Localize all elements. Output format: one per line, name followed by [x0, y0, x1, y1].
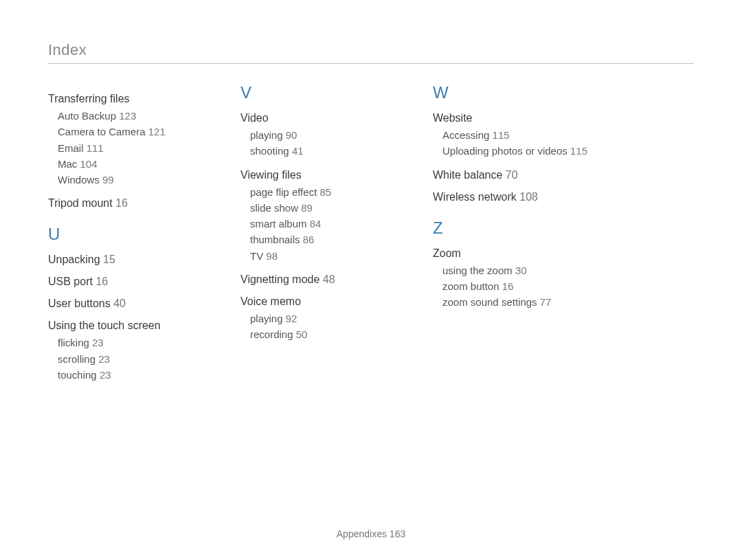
- entry-tripod-mount: Tripod mount 16: [48, 197, 206, 210]
- entry-usb-port: USB port 16: [48, 276, 206, 288]
- footer-section: Appendixes: [337, 528, 387, 539]
- sub-auto-backup: Auto Backup 123: [58, 108, 206, 124]
- sub-smart-album: smart album 84: [250, 216, 398, 232]
- column-1: Transferring files Auto Backup 123 Camer…: [48, 83, 206, 383]
- sub-zoom-sound: zoom sound settings 77: [442, 294, 591, 310]
- sub-shooting-video: shooting 41: [250, 143, 398, 159]
- sub-email: Email 111: [58, 140, 206, 156]
- column-2: V Video playing 90 shooting 41 Viewing f…: [240, 83, 398, 383]
- entry-wireless-network: Wireless network 108: [433, 191, 591, 203]
- index-columns: Transferring files Auto Backup 123 Camer…: [48, 83, 694, 383]
- letter-u: U: [48, 225, 206, 244]
- column-3: W Website Accessing 115 Uploading photos…: [433, 83, 591, 383]
- sub-page-flip: page flip effect 85: [250, 184, 398, 200]
- sub-touching: touching 23: [58, 367, 206, 383]
- sub-thumbnails: thumbnails 86: [250, 232, 398, 247]
- letter-z: Z: [433, 219, 591, 238]
- document-page: Index Transferring files Auto Backup 123…: [0, 0, 742, 560]
- sub-flicking: flicking 23: [58, 335, 206, 350]
- entry-zoom: Zoom: [433, 247, 591, 260]
- entry-user-buttons: User buttons 40: [48, 298, 206, 310]
- sub-using-zoom: using the zoom 30: [442, 262, 591, 278]
- sub-mac: Mac 104: [58, 156, 206, 172]
- entry-video: Video: [240, 112, 398, 124]
- letter-w: W: [433, 83, 591, 102]
- sub-playing-video: playing 90: [250, 127, 398, 143]
- footer: Appendixes 163: [0, 528, 742, 539]
- sub-scrolling: scrolling 23: [58, 351, 206, 367]
- sub-playing-memo: playing 92: [250, 311, 398, 326]
- entry-touch-screen: Using the touch screen: [48, 320, 206, 332]
- page-title: Index: [48, 41, 694, 64]
- sub-accessing: Accessing 115: [442, 127, 591, 143]
- sub-camera-to-camera: Camera to Camera 121: [58, 124, 206, 139]
- entry-voice-memo: Voice memo: [240, 295, 398, 308]
- sub-windows: Windows 99: [58, 172, 206, 188]
- footer-page: 163: [390, 528, 405, 539]
- entry-transferring-files: Transferring files: [48, 93, 206, 105]
- entry-unpacking: Unpacking 15: [48, 254, 206, 266]
- sub-slide-show: slide show 89: [250, 200, 398, 216]
- entry-white-balance: White balance 70: [433, 169, 591, 181]
- entry-vignetting: Vignetting mode 48: [240, 273, 398, 286]
- letter-v: V: [240, 83, 398, 102]
- sub-uploading: Uploading photos or videos 115: [442, 143, 591, 159]
- sub-tv: TV 98: [250, 248, 398, 264]
- sub-zoom-button: zoom button 16: [442, 278, 591, 294]
- entry-viewing-files: Viewing files: [240, 169, 398, 181]
- sub-recording-memo: recording 50: [250, 326, 398, 342]
- entry-website: Website: [433, 112, 591, 124]
